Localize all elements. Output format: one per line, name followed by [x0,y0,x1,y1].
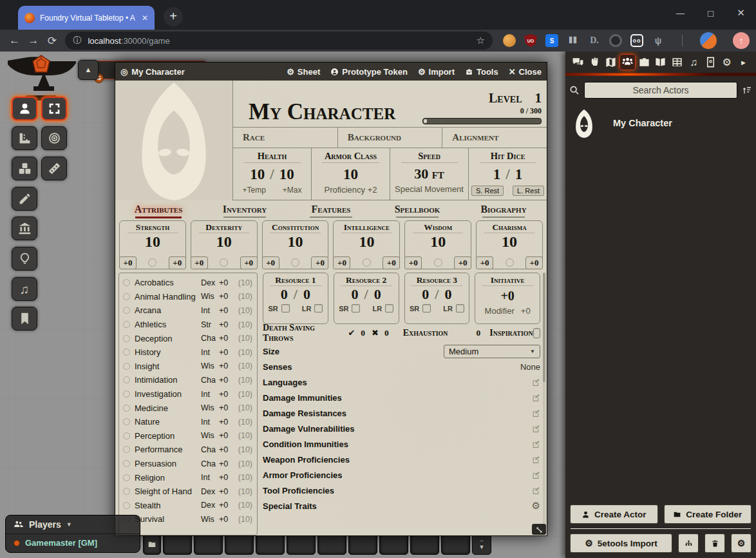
lr-checkbox[interactable] [385,304,393,313]
tab-items[interactable] [636,54,652,70]
walls-tool-button[interactable] [12,216,37,240]
skill-row[interactable]: AcrobaticsDex+0(10) [123,276,252,290]
actor-avatar[interactable] [569,108,599,138]
target-tool-button[interactable] [41,126,67,150]
ability-value[interactable]: 10 [359,233,374,251]
skill-prof-toggle[interactable] [123,363,130,370]
hotbar-slot[interactable] [348,534,377,555]
cookie-extension-icon[interactable] [503,34,516,47]
hotbar-slot[interactable] [441,534,470,555]
proficiency-radio[interactable] [434,258,442,267]
sounds-tool-button[interactable]: ♫ [12,277,37,301]
skill-prof-toggle[interactable] [123,432,130,439]
skill-prof-toggle[interactable] [123,446,130,453]
tab-attributes[interactable]: Attributes [115,204,202,218]
tab-close-icon[interactable]: ✕ [142,14,148,23]
tab-biography[interactable]: Biography [460,204,547,218]
edit-icon[interactable] [532,394,540,402]
resource-value[interactable]: 0 [281,286,288,303]
background-field[interactable]: Background [337,128,442,148]
player-row[interactable]: Gamemaster [GM] [6,534,140,552]
skill-prof-toggle[interactable] [123,307,130,314]
alignment-field[interactable]: Alignment [442,128,547,148]
hotbar-slot[interactable] [287,534,316,555]
ability-value[interactable]: 10 [502,233,517,251]
maximize-button[interactable]: □ [695,8,726,19]
ability-save[interactable]: +0 [191,256,208,269]
skill-row[interactable]: AthleticsStr+0(10) [123,318,252,332]
death-success-count[interactable]: 0 [361,328,365,338]
ability-mod[interactable]: +0 [454,256,471,269]
prototype-token-button[interactable]: Prototype Token [330,67,408,77]
sort-folders-icon[interactable] [742,85,752,95]
resource-max[interactable]: 0 [444,286,451,303]
hp-max[interactable]: 10 [279,166,294,182]
hotbar-slot[interactable] [317,534,346,555]
hotbar-slot[interactable] [379,534,408,555]
character-name[interactable]: My Character [249,101,421,126]
tab-playlists[interactable]: ♫ [686,54,702,70]
tab-inventory[interactable]: Inventory [202,204,288,218]
skill-prof-toggle[interactable] [123,418,130,425]
skill-prof-toggle[interactable] [123,474,130,481]
skill-prof-toggle[interactable] [123,279,130,286]
window-resize-handle[interactable] [532,524,546,535]
hit-dice-current[interactable]: 1 [493,166,501,182]
hotbar-page-button[interactable]: – ▼ [472,534,491,555]
sheet-window-header[interactable]: ◎ My Character ⚙ Sheet Prototype Token ⚙… [115,63,547,81]
tab-settings[interactable]: ⚙ [719,54,735,70]
long-rest-button[interactable]: L. Rest [513,186,544,196]
gear-icon[interactable]: ⚙ [532,500,540,512]
proficiency-radio[interactable] [148,258,156,267]
search-actors-input[interactable] [584,82,737,99]
edit-icon[interactable] [532,425,540,433]
skill-prof-toggle[interactable] [123,460,130,467]
sr-checkbox[interactable] [352,304,360,313]
xp-text[interactable]: 0 / 300 [520,106,542,116]
ability-intelligence[interactable]: Intelligence 10 +0+0 [333,220,400,269]
size-select[interactable]: Medium▼ [444,345,540,358]
skill-row[interactable]: Sleight of HandDex+0(10) [123,485,252,499]
skill-row[interactable]: NatureInt+0(10) [123,415,252,429]
edit-icon[interactable] [532,471,540,479]
skill-prof-toggle[interactable] [123,376,130,383]
notes-tool-button[interactable] [12,307,37,331]
tab-features[interactable]: Features [288,204,374,218]
tab-compendium[interactable] [703,54,719,70]
character-portrait[interactable] [115,81,232,200]
skill-row[interactable]: DeceptionCha+0(10) [123,331,252,345]
edit-icon[interactable] [532,409,540,418]
skill-row[interactable]: PerceptionWis+0(10) [123,429,252,443]
forward-icon[interactable]: → [24,34,43,47]
ac-value[interactable]: 10 [343,166,358,182]
inspiration-checkbox[interactable] [533,328,540,338]
mixer-extension-icon[interactable]: ⦀⦀ [567,34,580,47]
skill-prof-toggle[interactable] [123,390,130,398]
ability-charisma[interactable]: Charisma 10 +0+0 [476,220,543,269]
resource-max[interactable]: 0 [374,286,381,303]
tab-scenes[interactable] [603,54,619,70]
edit-icon[interactable] [532,440,540,448]
tab-journal[interactable] [652,54,668,70]
ability-value[interactable]: 10 [430,233,446,251]
ublock-extension-icon[interactable]: UO [524,34,537,47]
settings-button[interactable]: ⚙ [731,534,751,553]
ability-mod[interactable]: +0 [311,256,328,269]
ability-mod[interactable]: +0 [240,256,258,269]
hp-temp-label[interactable]: +Temp [242,186,265,195]
ability-save[interactable]: +0 [262,256,279,269]
dice-extension-icon[interactable]: oo [630,34,643,47]
new-tab-button[interactable]: + [164,7,183,26]
initiative-value[interactable]: +0 [500,289,514,303]
ability-mod[interactable]: +0 [169,256,186,269]
skill-row[interactable]: InsightWis+0(10) [123,360,252,374]
skill-prof-toggle[interactable] [123,335,130,342]
site-info-icon[interactable]: ⓘ [73,35,81,46]
lr-checkbox[interactable] [456,304,464,313]
tools-button[interactable]: Tools [465,67,498,77]
tab-actors[interactable] [619,54,636,70]
actor-entry[interactable]: My Character [569,106,752,140]
skill-prof-toggle[interactable] [123,293,130,300]
browser-update-button[interactable]: ↑ [733,32,750,49]
hotbar-slot[interactable] [256,534,285,555]
